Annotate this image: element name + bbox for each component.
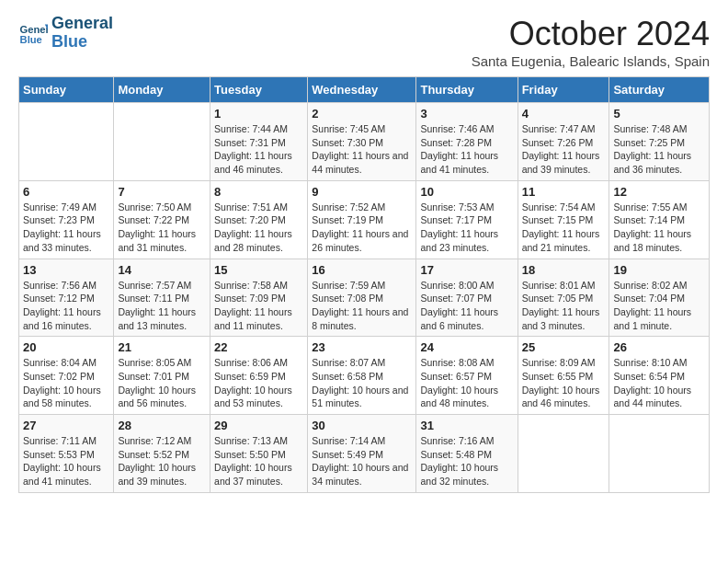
day-content: Sunrise: 7:50 AM Sunset: 7:22 PM Dayligh… [118, 201, 206, 255]
calendar-cell: 17Sunrise: 8:00 AM Sunset: 7:07 PM Dayli… [416, 259, 518, 337]
calendar-cell: 21Sunrise: 8:05 AM Sunset: 7:01 PM Dayli… [114, 337, 210, 415]
calendar-cell: 28Sunrise: 7:12 AM Sunset: 5:52 PM Dayli… [114, 415, 210, 493]
day-number: 5 [613, 107, 705, 121]
day-content: Sunrise: 8:02 AM Sunset: 7:04 PM Dayligh… [613, 279, 705, 333]
day-content: Sunrise: 7:45 AM Sunset: 7:30 PM Dayligh… [312, 122, 412, 177]
day-content: Sunrise: 7:57 AM Sunset: 7:11 PM Dayligh… [118, 279, 206, 333]
svg-text:Blue: Blue [20, 34, 42, 45]
day-number: 21 [118, 340, 206, 354]
day-number: 7 [118, 185, 206, 199]
day-content: Sunrise: 7:14 AM Sunset: 5:49 PM Dayligh… [312, 434, 412, 488]
calendar-cell: 7Sunrise: 7:50 AM Sunset: 7:22 PM Daylig… [114, 180, 210, 259]
day-number: 8 [214, 185, 303, 199]
day-number: 4 [522, 107, 606, 121]
day-number: 18 [522, 263, 606, 277]
day-content: Sunrise: 7:53 AM Sunset: 7:17 PM Dayligh… [420, 201, 513, 255]
day-number: 2 [312, 107, 412, 121]
calendar-cell [609, 415, 710, 493]
calendar-cell: 9Sunrise: 7:52 AM Sunset: 7:19 PM Daylig… [308, 180, 416, 259]
day-number: 3 [420, 107, 513, 121]
svg-text:General: General [20, 24, 48, 35]
day-content: Sunrise: 7:56 AM Sunset: 7:12 PM Dayligh… [23, 279, 109, 333]
calendar-cell: 15Sunrise: 7:58 AM Sunset: 7:09 PM Dayli… [210, 259, 308, 337]
day-content: Sunrise: 7:54 AM Sunset: 7:15 PM Dayligh… [522, 201, 606, 255]
weekday-header-monday: Monday [114, 77, 210, 103]
calendar-table: SundayMondayTuesdayWednesdayThursdayFrid… [18, 76, 710, 493]
day-content: Sunrise: 7:12 AM Sunset: 5:52 PM Dayligh… [118, 434, 206, 488]
day-content: Sunrise: 7:55 AM Sunset: 7:14 PM Dayligh… [613, 201, 705, 255]
calendar-cell: 13Sunrise: 7:56 AM Sunset: 7:12 PM Dayli… [19, 259, 114, 337]
day-number: 31 [420, 419, 513, 432]
day-number: 15 [214, 263, 303, 277]
weekday-header-thursday: Thursday [416, 77, 518, 103]
day-number: 25 [522, 340, 606, 354]
day-content: Sunrise: 8:04 AM Sunset: 7:02 PM Dayligh… [23, 356, 109, 410]
weekday-header-wednesday: Wednesday [308, 77, 416, 103]
calendar-cell: 23Sunrise: 8:07 AM Sunset: 6:58 PM Dayli… [308, 337, 416, 415]
day-number: 10 [420, 185, 513, 199]
logo-line1: General [51, 15, 113, 33]
calendar-cell: 2Sunrise: 7:45 AM Sunset: 7:30 PM Daylig… [308, 103, 416, 181]
logo: General Blue General Blue [18, 15, 113, 52]
week-row-2: 6Sunrise: 7:49 AM Sunset: 7:23 PM Daylig… [19, 180, 710, 259]
calendar-cell: 18Sunrise: 8:01 AM Sunset: 7:05 PM Dayli… [518, 259, 609, 337]
calendar-cell [518, 415, 609, 493]
calendar-cell: 12Sunrise: 7:55 AM Sunset: 7:14 PM Dayli… [609, 180, 710, 259]
day-content: Sunrise: 8:08 AM Sunset: 6:57 PM Dayligh… [420, 356, 513, 410]
day-number: 14 [118, 263, 206, 277]
weekday-header-row: SundayMondayTuesdayWednesdayThursdayFrid… [19, 77, 710, 103]
week-row-5: 27Sunrise: 7:11 AM Sunset: 5:53 PM Dayli… [19, 415, 710, 493]
day-number: 12 [613, 185, 705, 199]
calendar-cell: 31Sunrise: 7:16 AM Sunset: 5:48 PM Dayli… [416, 415, 518, 493]
weekday-header-tuesday: Tuesday [210, 77, 308, 103]
calendar-cell: 24Sunrise: 8:08 AM Sunset: 6:57 PM Dayli… [416, 337, 518, 415]
calendar-cell [114, 103, 210, 181]
week-row-4: 20Sunrise: 8:04 AM Sunset: 7:02 PM Dayli… [19, 337, 710, 415]
day-number: 26 [613, 340, 705, 354]
day-content: Sunrise: 8:09 AM Sunset: 6:55 PM Dayligh… [522, 356, 606, 410]
month-title: October 2024 [472, 15, 710, 53]
day-number: 9 [312, 185, 412, 199]
day-content: Sunrise: 7:58 AM Sunset: 7:09 PM Dayligh… [214, 279, 303, 333]
day-number: 16 [312, 263, 412, 277]
calendar-cell: 16Sunrise: 7:59 AM Sunset: 7:08 PM Dayli… [308, 259, 416, 337]
day-content: Sunrise: 7:46 AM Sunset: 7:28 PM Dayligh… [420, 122, 513, 177]
title-area: October 2024 Santa Eugenia, Balearic Isl… [472, 15, 710, 69]
day-content: Sunrise: 7:16 AM Sunset: 5:48 PM Dayligh… [420, 434, 513, 488]
day-number: 20 [23, 340, 109, 354]
calendar-cell: 26Sunrise: 8:10 AM Sunset: 6:54 PM Dayli… [609, 337, 710, 415]
day-content: Sunrise: 8:00 AM Sunset: 7:07 PM Dayligh… [420, 279, 513, 333]
calendar-cell: 3Sunrise: 7:46 AM Sunset: 7:28 PM Daylig… [416, 103, 518, 181]
calendar-cell: 5Sunrise: 7:48 AM Sunset: 7:25 PM Daylig… [609, 103, 710, 181]
week-row-3: 13Sunrise: 7:56 AM Sunset: 7:12 PM Dayli… [19, 259, 710, 337]
day-number: 24 [420, 340, 513, 354]
day-content: Sunrise: 7:48 AM Sunset: 7:25 PM Dayligh… [613, 122, 705, 177]
day-content: Sunrise: 7:47 AM Sunset: 7:26 PM Dayligh… [522, 122, 606, 177]
day-content: Sunrise: 7:11 AM Sunset: 5:53 PM Dayligh… [23, 434, 109, 488]
day-content: Sunrise: 7:52 AM Sunset: 7:19 PM Dayligh… [312, 201, 412, 255]
calendar-cell: 14Sunrise: 7:57 AM Sunset: 7:11 PM Dayli… [114, 259, 210, 337]
day-content: Sunrise: 7:59 AM Sunset: 7:08 PM Dayligh… [312, 279, 412, 333]
calendar-cell: 25Sunrise: 8:09 AM Sunset: 6:55 PM Dayli… [518, 337, 609, 415]
location-subtitle: Santa Eugenia, Balearic Islands, Spain [472, 53, 710, 69]
day-number: 27 [23, 419, 109, 432]
day-number: 13 [23, 263, 109, 277]
logo-icon: General Blue [18, 18, 48, 48]
day-content: Sunrise: 7:44 AM Sunset: 7:31 PM Dayligh… [214, 122, 303, 177]
calendar-cell: 29Sunrise: 7:13 AM Sunset: 5:50 PM Dayli… [210, 415, 308, 493]
weekday-header-saturday: Saturday [609, 77, 710, 103]
week-row-1: 1Sunrise: 7:44 AM Sunset: 7:31 PM Daylig… [19, 103, 710, 181]
logo-line2: Blue [51, 33, 113, 52]
calendar-cell: 22Sunrise: 8:06 AM Sunset: 6:59 PM Dayli… [210, 337, 308, 415]
day-number: 19 [613, 263, 705, 277]
day-number: 30 [312, 419, 412, 432]
day-number: 23 [312, 340, 412, 354]
day-content: Sunrise: 7:13 AM Sunset: 5:50 PM Dayligh… [214, 434, 303, 488]
calendar-cell: 10Sunrise: 7:53 AM Sunset: 7:17 PM Dayli… [416, 180, 518, 259]
calendar-cell: 4Sunrise: 7:47 AM Sunset: 7:26 PM Daylig… [518, 103, 609, 181]
calendar-cell: 27Sunrise: 7:11 AM Sunset: 5:53 PM Dayli… [19, 415, 114, 493]
calendar-cell: 30Sunrise: 7:14 AM Sunset: 5:49 PM Dayli… [308, 415, 416, 493]
calendar-cell: 1Sunrise: 7:44 AM Sunset: 7:31 PM Daylig… [210, 103, 308, 181]
calendar-cell: 20Sunrise: 8:04 AM Sunset: 7:02 PM Dayli… [19, 337, 114, 415]
day-content: Sunrise: 8:06 AM Sunset: 6:59 PM Dayligh… [214, 356, 303, 410]
